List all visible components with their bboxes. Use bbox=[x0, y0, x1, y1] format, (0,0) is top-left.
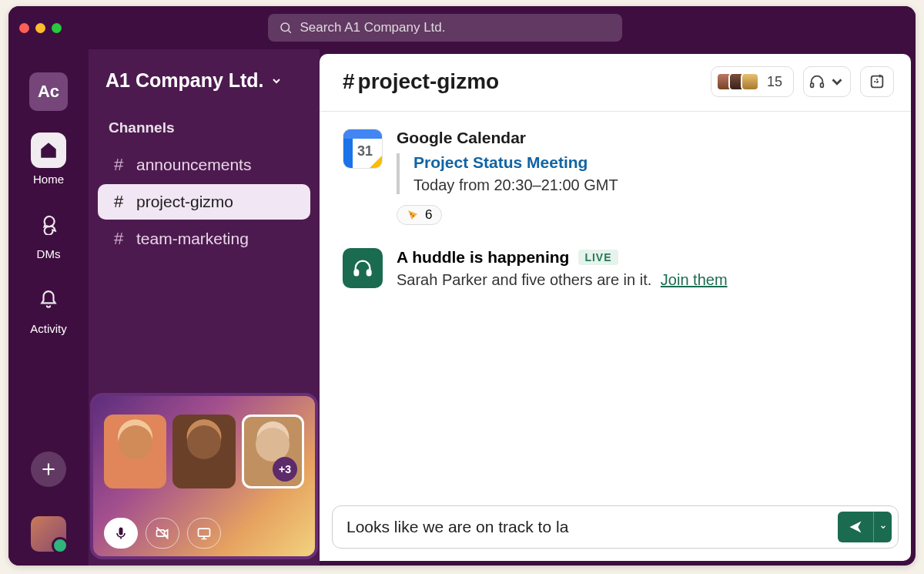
bell-icon bbox=[38, 290, 59, 310]
minimize-window-icon[interactable] bbox=[35, 23, 45, 33]
plus-icon bbox=[38, 459, 59, 479]
reaction-count: 6 bbox=[425, 207, 432, 223]
canvas-button[interactable] bbox=[860, 66, 894, 97]
workspace-name: A1 Company Ltd. bbox=[105, 69, 264, 92]
calendar-day-number: 31 bbox=[357, 143, 373, 159]
live-badge: LIVE bbox=[578, 250, 618, 265]
huddle-controls bbox=[104, 510, 304, 549]
channel-header-name: project-gizmo bbox=[358, 69, 500, 93]
huddle-mic-button[interactable] bbox=[104, 518, 138, 549]
svg-rect-9 bbox=[355, 270, 359, 275]
huddle-message-icon bbox=[343, 248, 383, 288]
channel-header: #project-gizmo 15 bbox=[320, 54, 911, 112]
app-window: Search A1 Company Ltd. Ac Home DMs bbox=[8, 6, 916, 566]
svg-rect-3 bbox=[199, 529, 210, 536]
hash-icon: # bbox=[112, 155, 126, 175]
huddle-avatar: +3 bbox=[242, 415, 304, 488]
svg-point-7 bbox=[410, 213, 412, 215]
search-placeholder: Search A1 Company Ltd. bbox=[300, 20, 446, 35]
user-avatar[interactable] bbox=[31, 516, 66, 552]
canvas-icon bbox=[869, 73, 886, 90]
channel-name: team-marketing bbox=[136, 230, 249, 248]
headphones-icon bbox=[808, 73, 825, 90]
huddle-avatar bbox=[172, 415, 235, 488]
message-author: Google Calendar bbox=[397, 129, 888, 147]
channel-name: announcements bbox=[136, 156, 251, 174]
join-huddle-link[interactable]: Join them bbox=[661, 271, 728, 288]
huddle-camera-button[interactable] bbox=[146, 518, 179, 549]
workspace-switcher[interactable]: A1 Company Ltd. bbox=[98, 69, 310, 92]
screen-share-icon bbox=[196, 525, 212, 541]
close-window-icon[interactable] bbox=[19, 23, 29, 33]
reaction-button[interactable]: 6 bbox=[397, 205, 442, 225]
huddle-subtext: Sarah Parker and five others are in it. bbox=[397, 271, 651, 288]
window-controls bbox=[19, 23, 62, 33]
huddle-header-button[interactable] bbox=[803, 66, 851, 97]
message-huddle: A huddle is happening LIVE Sarah Parker … bbox=[343, 248, 888, 289]
calendar-event-title: Project Status Meeting bbox=[413, 153, 888, 172]
send-options-button[interactable] bbox=[873, 512, 892, 542]
channel-list: # announcements # project-gizmo # team-m… bbox=[98, 147, 310, 257]
mic-icon bbox=[113, 525, 129, 541]
google-calendar-icon: 31 bbox=[343, 129, 383, 169]
huddle-widget[interactable]: +3 bbox=[90, 393, 318, 559]
huddle-participants: +3 bbox=[104, 415, 304, 488]
svg-rect-5 bbox=[821, 83, 824, 88]
message-composer[interactable]: Looks like we are on track to la bbox=[332, 505, 899, 549]
svg-rect-1 bbox=[119, 528, 123, 535]
pizza-emoji-icon bbox=[407, 209, 419, 221]
hash-icon: # bbox=[112, 192, 126, 212]
sidebar: A1 Company Ltd. Channels # announcements… bbox=[89, 49, 320, 566]
member-avatar-icon bbox=[741, 72, 759, 91]
nav-item-dms[interactable]: DMs bbox=[31, 207, 66, 260]
headphones-icon bbox=[352, 257, 373, 279]
composer-text[interactable]: Looks like we are on track to la bbox=[346, 518, 830, 536]
svg-rect-10 bbox=[367, 270, 371, 275]
dms-icon bbox=[38, 215, 59, 235]
camera-off-icon bbox=[155, 525, 170, 541]
chevron-down-icon bbox=[879, 523, 887, 531]
channel-name: project-gizmo bbox=[136, 193, 233, 211]
member-count-button[interactable]: 15 bbox=[711, 66, 794, 97]
nav-rail: Ac Home DMs Activity bbox=[8, 49, 89, 566]
member-count: 15 bbox=[767, 74, 782, 90]
huddle-screen-button[interactable] bbox=[187, 518, 221, 549]
nav-item-label: Home bbox=[33, 173, 64, 186]
main-pane: #project-gizmo 15 bbox=[320, 54, 911, 561]
chevron-down-icon bbox=[270, 75, 283, 87]
calendar-event-block[interactable]: Project Status Meeting Today from 20:30–… bbox=[397, 153, 888, 194]
workspace-badge[interactable]: Ac bbox=[29, 72, 68, 111]
message-calendar: 31 Google Calendar Project Status Meetin… bbox=[343, 129, 888, 225]
svg-point-8 bbox=[413, 215, 414, 217]
search-input[interactable]: Search A1 Company Ltd. bbox=[268, 14, 622, 42]
hash-icon: # bbox=[112, 229, 126, 249]
chevron-down-icon bbox=[829, 73, 845, 90]
svg-rect-4 bbox=[811, 83, 814, 88]
nav-item-label: DMs bbox=[37, 247, 61, 260]
calendar-event-time: Today from 20:30–21:00 GMT bbox=[413, 176, 888, 194]
nav-item-home[interactable]: Home bbox=[31, 133, 66, 186]
nav-item-label: Activity bbox=[30, 322, 67, 335]
huddle-avatar bbox=[104, 415, 166, 488]
channel-title[interactable]: #project-gizmo bbox=[343, 69, 499, 94]
channel-item-project-gizmo[interactable]: # project-gizmo bbox=[98, 184, 310, 220]
channels-section-title: Channels bbox=[98, 119, 310, 136]
fullscreen-window-icon[interactable] bbox=[52, 23, 62, 33]
hash-icon: # bbox=[343, 69, 355, 93]
send-button[interactable] bbox=[838, 512, 873, 542]
send-icon bbox=[848, 519, 863, 535]
huddle-title: A huddle is happening bbox=[397, 248, 569, 267]
message-list: 31 Google Calendar Project Status Meetin… bbox=[320, 112, 911, 498]
channel-item-announcements[interactable]: # announcements bbox=[98, 147, 310, 183]
huddle-overflow-badge: +3 bbox=[273, 457, 297, 482]
add-button[interactable] bbox=[31, 451, 66, 487]
svg-point-0 bbox=[281, 23, 290, 32]
channel-item-team-marketing[interactable]: # team-marketing bbox=[98, 221, 310, 257]
titlebar: Search A1 Company Ltd. bbox=[8, 6, 916, 49]
home-icon bbox=[38, 140, 59, 160]
search-icon bbox=[279, 21, 293, 35]
nav-item-activity[interactable]: Activity bbox=[30, 282, 67, 335]
